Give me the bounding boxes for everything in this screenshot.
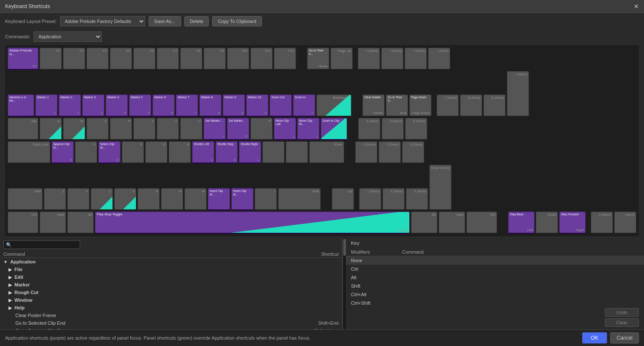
key-2[interactable]: Marker 2 2 xyxy=(59,94,81,117)
cmd-category-help[interactable]: ▶ Help xyxy=(0,304,342,312)
key-3[interactable]: Marker 3 3 xyxy=(82,94,104,117)
key-num2[interactable]: 5 (Num) xyxy=(379,141,401,163)
key-home[interactable]: Go to Time V... Home xyxy=(307,48,329,70)
cmd-category-file[interactable]: ▶ File xyxy=(0,266,342,273)
key-p[interactable]: P xyxy=(250,118,273,140)
cmd-category-roughcut[interactable]: ▶ Rough Cut xyxy=(0,289,342,296)
key-q[interactable]: Q xyxy=(40,118,62,140)
key-num7[interactable]: 7 (Num) xyxy=(437,94,459,117)
cmd-category-marker[interactable]: ▶ Marker xyxy=(0,281,342,289)
key-shift-left[interactable]: Shift xyxy=(8,188,43,210)
cancel-button[interactable]: Cancel xyxy=(610,332,639,343)
key-num-eq[interactable]: = (Num) xyxy=(358,48,380,70)
mod-row-ctrl-shift[interactable]: Ctrl+Shift xyxy=(346,299,644,306)
key-h[interactable]: H xyxy=(169,141,191,163)
key-7[interactable]: Marker 7 7 xyxy=(176,94,198,117)
key-enter[interactable]: Enter xyxy=(309,141,344,163)
key-bracket-close[interactable]: Move Clip Ri... ] xyxy=(297,118,319,140)
key-equals[interactable]: Zoom In = xyxy=(293,94,315,117)
copy-to-clipboard-button[interactable]: Copy To Clipboard xyxy=(212,16,262,26)
key-m[interactable]: M xyxy=(184,188,207,210)
cmd-clear-poster-frame[interactable]: Clear Poster Frame xyxy=(0,312,342,319)
mod-row-ctrl-alt[interactable]: Ctrl+Alt xyxy=(346,290,644,299)
search-input[interactable] xyxy=(3,240,80,249)
key-0[interactable]: Marker 10 0 xyxy=(246,94,268,117)
key-s[interactable]: S xyxy=(75,141,97,163)
key-f12[interactable]: F12 xyxy=(274,48,296,70)
key-tab[interactable]: Tab xyxy=(8,118,38,140)
key-ctrl-right[interactable]: Ctrl xyxy=(466,212,497,234)
key-backslash[interactable]: Zoom to Clip \ xyxy=(321,118,347,140)
clear-button[interactable]: Clear xyxy=(605,318,639,327)
key-semicolon[interactable]: ; xyxy=(262,141,285,163)
key-t[interactable]: T xyxy=(133,118,155,140)
key-num-plus[interactable]: + (Num) xyxy=(507,71,529,117)
key-f10[interactable]: F10 xyxy=(227,48,249,70)
key-num8[interactable]: 8 (Num) xyxy=(460,94,482,117)
key-step-back[interactable]: Step Back Left xyxy=(508,212,535,234)
key-step-forward[interactable]: Step Forward Right xyxy=(559,212,586,234)
key-enter-num[interactable]: Enter (Num) xyxy=(429,165,451,210)
key-a[interactable]: Append Clip to... A xyxy=(52,141,74,163)
key-5[interactable]: Marker 5 5 xyxy=(129,94,151,117)
key-quote[interactable] xyxy=(286,141,308,163)
mod-row-shift[interactable]: Shift xyxy=(346,282,644,290)
key-pagedown[interactable]: Page Down Page Down xyxy=(409,94,431,117)
key-o[interactable]: Set Marke... O xyxy=(227,118,249,140)
key-num1[interactable]: 4 (Num) xyxy=(355,141,377,163)
key-f7[interactable]: F7 xyxy=(157,48,179,70)
key-f1[interactable]: Adobe Prelude H... F1 xyxy=(8,48,38,70)
key-num9[interactable]: 9 (Num) xyxy=(483,94,506,117)
key-e[interactable]: E xyxy=(86,118,109,140)
close-button[interactable]: ✕ xyxy=(634,3,639,9)
key-shift-right[interactable]: Shift xyxy=(278,188,321,210)
key-k[interactable]: Shuttle Stop K xyxy=(216,141,238,163)
key-num4[interactable]: 4 (Num) xyxy=(358,118,380,140)
key-l[interactable]: Shuttle Right L xyxy=(239,141,261,163)
key-f4[interactable]: F4 xyxy=(86,48,109,70)
key-pageup[interactable]: Page Up xyxy=(331,48,353,70)
key-num-0[interactable]: 0 (Num) xyxy=(591,212,613,234)
key-num-slash[interactable]: / (Num) xyxy=(381,48,403,70)
cmd-category-application[interactable]: ▼ Application xyxy=(0,258,342,266)
key-start-left[interactable]: Start xyxy=(40,212,66,234)
key-num-minus[interactable]: - (Num) xyxy=(428,48,450,70)
key-9[interactable]: Marker 9 9 xyxy=(223,94,245,117)
preset-select[interactable]: Adobe Prelude Factory Defaults xyxy=(60,16,145,26)
key-alt-right[interactable]: Alt xyxy=(411,212,437,234)
key-4[interactable]: Marker 4 4 xyxy=(106,94,128,117)
key-down[interactable]: Down xyxy=(536,212,558,234)
key-capslock[interactable]: Caps Lock xyxy=(8,141,50,163)
undo-button[interactable]: Undo xyxy=(605,308,639,317)
key-6[interactable]: Marker 6 6 xyxy=(152,94,175,117)
key-f9[interactable]: F9 xyxy=(204,48,226,70)
key-up[interactable]: Up xyxy=(332,188,354,210)
mod-row-none[interactable]: None xyxy=(346,256,644,265)
key-minus[interactable]: Zoom Out - xyxy=(270,94,292,117)
scrollbar-thumb[interactable] xyxy=(343,239,346,256)
key-j[interactable]: Shuttle Left J xyxy=(192,141,214,163)
key-period[interactable]: Insert Clip at... . xyxy=(231,188,253,210)
scrollbar[interactable] xyxy=(342,238,346,329)
key-c[interactable]: C xyxy=(91,188,113,210)
key-clear[interactable]: Clear Delete Delete xyxy=(362,94,385,117)
key-backspace[interactable]: Backspace xyxy=(316,94,351,117)
key-v[interactable]: V xyxy=(114,188,136,210)
key-maximize[interactable]: Maximiz e or Re... ` xyxy=(8,94,34,117)
key-f6[interactable]: F6 xyxy=(133,48,155,70)
key-d[interactable]: Select Clip at... D xyxy=(98,141,121,163)
key-w[interactable]: W xyxy=(63,118,85,140)
key-ctrl-left[interactable]: Ctrl xyxy=(8,212,38,234)
key-8[interactable]: Marker 8 8 xyxy=(199,94,221,117)
commands-select[interactable]: Application xyxy=(34,31,102,42)
key-f5[interactable]: F5 xyxy=(110,48,132,70)
ok-button[interactable]: OK xyxy=(582,332,607,343)
key-r[interactable]: R xyxy=(110,118,132,140)
key-1[interactable]: Marker 1 1 xyxy=(35,94,58,117)
mod-row-alt[interactable]: Alt xyxy=(346,273,644,282)
save-as-button[interactable]: Save As... xyxy=(149,16,181,26)
key-alt-left[interactable]: Alt xyxy=(67,212,94,234)
key-space[interactable]: Play-Stop Toggle Space xyxy=(95,212,410,234)
cmd-category-window[interactable]: ▶ Window xyxy=(0,296,342,304)
key-num-1[interactable]: 1 (Num) xyxy=(359,188,381,210)
